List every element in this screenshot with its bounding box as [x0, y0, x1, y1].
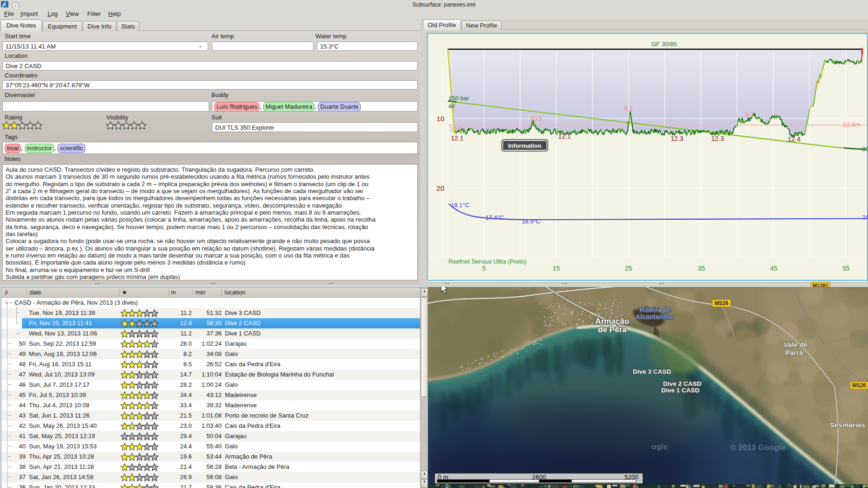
svg-text:Alcantarilha: Alcantarilha: [636, 313, 673, 321]
svg-text:19.1°C: 19.1°C: [451, 202, 469, 209]
svg-text:GF 30/85: GF 30/85: [651, 41, 677, 48]
svg-text:Information: Information: [508, 142, 542, 149]
svg-text:10: 10: [436, 115, 444, 123]
svg-text:M526: M526: [714, 300, 728, 307]
svg-text:55: 55: [842, 265, 850, 272]
svg-text:10.8m: 10.8m: [842, 121, 861, 128]
svg-text:Dive 2 CASD: Dive 2 CASD: [663, 380, 701, 387]
svg-text:Vale de: Vale de: [784, 341, 808, 349]
svg-text:ogle: ogle: [651, 442, 668, 451]
svg-text:Dive 1 CASD: Dive 1 CASD: [661, 387, 700, 394]
svg-text:25: 25: [625, 265, 632, 272]
svg-text:20: 20: [436, 184, 444, 192]
svg-text:16.9°C: 16.9°C: [522, 218, 540, 225]
svg-text:10.5: 10.5: [530, 115, 542, 123]
svg-text:de Pêra: de Pêra: [598, 325, 627, 334]
svg-text:12.1: 12.1: [558, 132, 571, 140]
svg-text:12.1: 12.1: [451, 134, 463, 142]
svg-text:12.3: 12.3: [671, 135, 683, 142]
svg-text:Reefnet Sensus Ultra (Preto): Reefnet Sensus Ultra (Preto): [448, 258, 526, 265]
svg-text:150 bar: 150 bar: [448, 95, 469, 102]
svg-text:35: 35: [698, 265, 705, 272]
svg-text:12.4: 12.4: [788, 135, 800, 143]
svg-text:M526: M526: [852, 382, 866, 389]
svg-text:45: 45: [770, 265, 777, 272]
svg-text:air: air: [448, 102, 455, 109]
svg-text:9.1: 9.1: [624, 105, 633, 112]
svg-text:5: 5: [482, 265, 486, 272]
svg-text:© 2013 Google: © 2013 Google: [730, 443, 785, 452]
svg-text:Ribeira de: Ribeira de: [639, 306, 671, 314]
svg-text:Sesmarias: Sesmarias: [830, 421, 865, 429]
svg-text:80: 80: [862, 146, 868, 153]
svg-text:Parra: Parra: [785, 349, 804, 356]
svg-text:12.3: 12.3: [711, 135, 724, 142]
svg-text:Dive 3 CASD: Dive 3 CASD: [633, 368, 671, 375]
svg-text:17.4°C: 17.4°C: [485, 214, 504, 221]
svg-text:Armação: Armação: [595, 317, 630, 326]
svg-text:9.7: 9.7: [745, 111, 754, 118]
svg-text:16: 16: [862, 214, 868, 221]
svg-text:15: 15: [553, 265, 560, 272]
